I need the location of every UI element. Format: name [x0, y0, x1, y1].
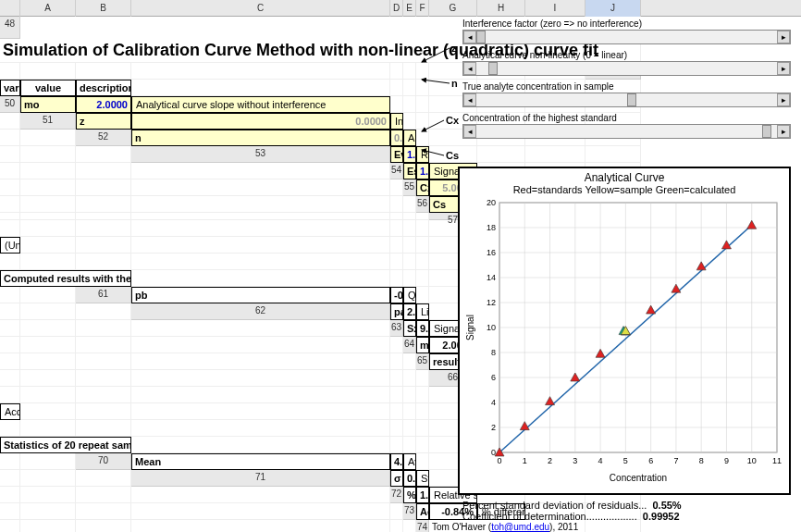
slider-bar[interactable] [476, 62, 777, 75]
row-hdr[interactable]: 70 [76, 453, 131, 470]
input-val[interactable]: 0.0000 [131, 113, 390, 130]
cell[interactable] [416, 113, 429, 130]
cell[interactable] [76, 403, 131, 420]
cell[interactable] [403, 370, 416, 387]
cell[interactable] [76, 254, 131, 270]
cell[interactable] [20, 387, 76, 403]
cell[interactable] [416, 80, 429, 96]
cell[interactable] [403, 353, 416, 370]
slider-thumb[interactable] [476, 31, 486, 43]
cell[interactable] [416, 96, 429, 113]
cell[interactable] [390, 387, 403, 403]
cell[interactable] [131, 213, 390, 220]
input-var[interactable]: n [131, 130, 390, 146]
cell[interactable] [131, 503, 390, 520]
cell[interactable] [76, 387, 131, 403]
col-C[interactable]: C [131, 0, 390, 17]
col-H[interactable]: H [477, 0, 525, 17]
cell[interactable] [131, 370, 390, 387]
cell[interactable] [403, 254, 416, 270]
cell[interactable] [390, 179, 403, 196]
cell[interactable] [20, 254, 76, 270]
cell[interactable] [20, 130, 76, 146]
row-hdr[interactable]: 51 [20, 113, 76, 130]
cell[interactable] [76, 220, 131, 237]
cell[interactable] [0, 487, 20, 503]
input-val[interactable]: 1.0000 [416, 163, 429, 179]
input-var[interactable]: Ev [390, 146, 403, 163]
slider-track[interactable]: ◂ ▸ [462, 30, 791, 44]
computed-var[interactable]: pb [131, 287, 390, 303]
cell[interactable] [131, 487, 390, 503]
slider-track[interactable]: ◂ ▸ [462, 93, 791, 107]
cell[interactable] [403, 213, 416, 220]
row-hdr[interactable]: 52 [76, 130, 131, 146]
slider-right-btn[interactable]: ▸ [777, 31, 790, 43]
cell[interactable] [20, 179, 76, 196]
cell[interactable] [131, 196, 390, 213]
input-var[interactable]: mo [20, 96, 76, 113]
computed-val[interactable]: 2.120 [403, 303, 416, 320]
cell[interactable] [76, 196, 131, 213]
stats-var[interactable]: % RSD [403, 487, 416, 503]
cell[interactable] [20, 370, 76, 387]
cell[interactable] [131, 520, 390, 532]
stats-val[interactable]: 0.06 [403, 470, 416, 487]
cell[interactable] [20, 470, 76, 487]
cell[interactable] [0, 520, 20, 532]
cell[interactable] [131, 353, 390, 370]
col-G[interactable]: G [429, 0, 477, 17]
cell[interactable] [76, 320, 131, 337]
cell[interactable] [20, 453, 76, 470]
stats-var[interactable]: Mean [131, 453, 390, 470]
cell[interactable] [76, 237, 131, 254]
row-hdr[interactable]: 62 [131, 303, 390, 320]
cell[interactable] [416, 254, 429, 270]
row-hdr[interactable]: 50 [0, 96, 20, 113]
row-hdr[interactable]: 64 [403, 337, 416, 353]
slider-left-btn[interactable]: ◂ [463, 93, 476, 106]
cell[interactable] [76, 179, 131, 196]
cell[interactable] [390, 196, 403, 213]
slider-bar[interactable] [476, 93, 777, 106]
slider-thumb[interactable] [762, 125, 771, 138]
input-val[interactable]: 1.0000 [403, 146, 416, 163]
cell[interactable] [76, 503, 131, 520]
cell[interactable] [416, 387, 429, 403]
cell[interactable] [0, 453, 20, 470]
cell[interactable] [416, 220, 429, 237]
cell[interactable] [131, 254, 390, 270]
cell[interactable] [403, 63, 416, 80]
cell[interactable] [76, 163, 131, 179]
input-val[interactable]: 0.0140 [390, 130, 403, 146]
cell[interactable] [403, 196, 416, 213]
input-val[interactable]: 2.0000 [76, 96, 131, 113]
input-var[interactable]: Es [403, 163, 416, 179]
computed-var[interactable]: pa [390, 303, 403, 320]
row-hdr[interactable]: 73 [403, 503, 416, 520]
cell[interactable] [20, 303, 76, 320]
cell[interactable] [76, 303, 131, 320]
cell[interactable] [390, 63, 403, 80]
cell[interactable] [416, 453, 429, 470]
cell[interactable] [131, 237, 390, 254]
input-var[interactable]: Cx [416, 179, 429, 196]
stats-val[interactable]: 4.9578 [390, 453, 403, 470]
cell[interactable] [20, 237, 76, 254]
cell[interactable] [390, 254, 403, 270]
cell[interactable] [20, 487, 76, 503]
cell[interactable] [131, 420, 390, 437]
col-I[interactable]: I [525, 0, 585, 17]
cell[interactable] [76, 470, 131, 487]
cell[interactable] [76, 353, 131, 370]
cell[interactable] [585, 146, 641, 163]
slider-track[interactable]: ◂ ▸ [462, 124, 791, 139]
cell[interactable] [76, 420, 131, 437]
cell[interactable] [20, 320, 76, 337]
col-D[interactable]: D [390, 0, 403, 17]
cell[interactable] [131, 220, 390, 237]
cell[interactable] [0, 303, 20, 320]
cell[interactable] [0, 337, 20, 353]
computed-var[interactable]: m [416, 337, 429, 353]
cell[interactable] [76, 520, 131, 532]
